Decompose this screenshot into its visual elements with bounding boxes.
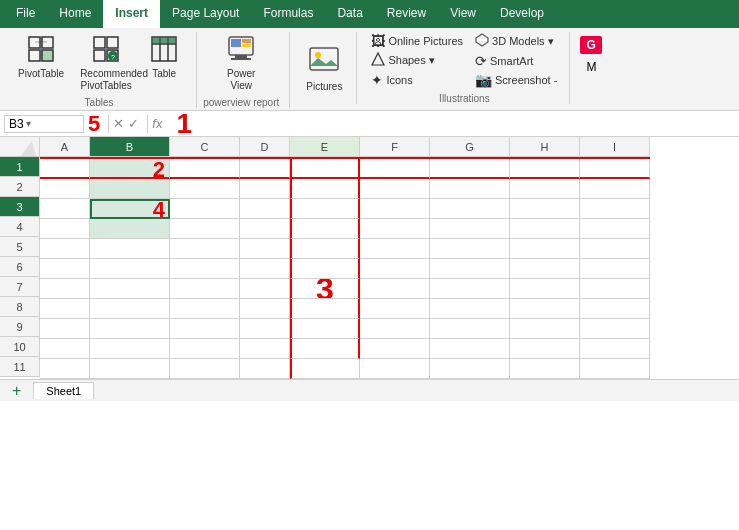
- cell-i7[interactable]: [580, 279, 650, 299]
- cell-d9[interactable]: [240, 319, 290, 339]
- cell-a7[interactable]: [40, 279, 90, 299]
- cancel-formula-icon[interactable]: ✕: [113, 116, 124, 131]
- cell-c1[interactable]: [170, 159, 240, 179]
- tab-insert[interactable]: Insert: [103, 0, 160, 28]
- cell-a8[interactable]: [40, 299, 90, 319]
- row-header-6[interactable]: 6: [0, 257, 40, 277]
- col-header-d[interactable]: D: [240, 137, 290, 157]
- cell-c11[interactable]: [170, 359, 240, 379]
- cell-b4[interactable]: [90, 219, 170, 239]
- col-header-h[interactable]: H: [510, 137, 580, 157]
- cell-h7[interactable]: [510, 279, 580, 299]
- tab-home[interactable]: Home: [47, 0, 103, 28]
- cell-e9[interactable]: [290, 319, 360, 339]
- cell-d6[interactable]: [240, 259, 290, 279]
- cell-b6[interactable]: [90, 259, 170, 279]
- cell-g5[interactable]: [430, 239, 510, 259]
- cell-h11[interactable]: [510, 359, 580, 379]
- cell-d1[interactable]: [240, 159, 290, 179]
- cell-e11[interactable]: [290, 359, 360, 379]
- cell-a1[interactable]: [40, 159, 90, 179]
- confirm-formula-icon[interactable]: ✓: [128, 116, 139, 131]
- cell-c2[interactable]: [170, 179, 240, 199]
- cell-f6[interactable]: [360, 259, 430, 279]
- sheet-tab-sheet1[interactable]: Sheet1: [33, 382, 94, 399]
- formula-input[interactable]: [192, 117, 735, 131]
- col-header-c[interactable]: C: [170, 137, 240, 157]
- recommended-pivot-button[interactable]: ? Recommended PivotTables: [74, 32, 138, 95]
- cell-f3[interactable]: [360, 199, 430, 219]
- cell-d4[interactable]: [240, 219, 290, 239]
- cell-e8[interactable]: [290, 299, 360, 319]
- cell-e5[interactable]: [290, 239, 360, 259]
- cell-i5[interactable]: [580, 239, 650, 259]
- row-header-1[interactable]: 1: [0, 157, 40, 177]
- cell-i8[interactable]: [580, 299, 650, 319]
- cell-h1[interactable]: [510, 159, 580, 179]
- 3d-models-button[interactable]: 3D Models ▾: [471, 32, 561, 51]
- tab-file[interactable]: File: [4, 0, 47, 28]
- col-header-i[interactable]: I: [580, 137, 650, 157]
- cell-g2[interactable]: [430, 179, 510, 199]
- cell-b10[interactable]: [90, 339, 170, 359]
- row-header-3[interactable]: 3: [0, 197, 40, 217]
- cell-g3[interactable]: [430, 199, 510, 219]
- cell-g1[interactable]: [430, 159, 510, 179]
- tab-review[interactable]: Review: [375, 0, 438, 28]
- cell-h5[interactable]: [510, 239, 580, 259]
- cell-g10[interactable]: [430, 339, 510, 359]
- tab-data[interactable]: Data: [325, 0, 374, 28]
- cell-h10[interactable]: [510, 339, 580, 359]
- cell-a10[interactable]: [40, 339, 90, 359]
- cell-f1[interactable]: [360, 159, 430, 179]
- cell-d7[interactable]: [240, 279, 290, 299]
- cell-b2[interactable]: [90, 179, 170, 199]
- pivot-table-button[interactable]: PivotTable: [12, 32, 70, 83]
- cell-f10[interactable]: [360, 339, 430, 359]
- tab-develop[interactable]: Develop: [488, 0, 556, 28]
- cell-c5[interactable]: [170, 239, 240, 259]
- col-header-a[interactable]: A: [40, 137, 90, 157]
- cell-h9[interactable]: [510, 319, 580, 339]
- cell-g6[interactable]: [430, 259, 510, 279]
- cell-g11[interactable]: [430, 359, 510, 379]
- row-header-2[interactable]: 2: [0, 177, 40, 197]
- row-header-10[interactable]: 10: [0, 337, 40, 357]
- tab-view[interactable]: View: [438, 0, 488, 28]
- row-header-7[interactable]: 7: [0, 277, 40, 297]
- col-header-b[interactable]: B: [90, 137, 170, 157]
- cell-f5[interactable]: [360, 239, 430, 259]
- cell-d5[interactable]: [240, 239, 290, 259]
- cell-a2[interactable]: [40, 179, 90, 199]
- cell-c4[interactable]: [170, 219, 240, 239]
- row-header-8[interactable]: 8: [0, 297, 40, 317]
- cell-c6[interactable]: [170, 259, 240, 279]
- table-button[interactable]: Table: [142, 32, 186, 83]
- cell-d10[interactable]: [240, 339, 290, 359]
- cell-d8[interactable]: [240, 299, 290, 319]
- cell-b3[interactable]: 4: [90, 199, 170, 219]
- row-header-4[interactable]: 4: [0, 217, 40, 237]
- cell-i9[interactable]: [580, 319, 650, 339]
- cell-b9[interactable]: [90, 319, 170, 339]
- online-pictures-button[interactable]: 🖼 Online Pictures: [367, 32, 467, 50]
- cell-b7[interactable]: [90, 279, 170, 299]
- cell-i6[interactable]: [580, 259, 650, 279]
- cell-h3[interactable]: [510, 199, 580, 219]
- cell-g4[interactable]: [430, 219, 510, 239]
- cell-a9[interactable]: [40, 319, 90, 339]
- shapes-button[interactable]: Shapes ▾: [367, 51, 467, 70]
- cell-i4[interactable]: [580, 219, 650, 239]
- cell-c3[interactable]: [170, 199, 240, 219]
- cell-i11[interactable]: [580, 359, 650, 379]
- cell-e2[interactable]: [290, 179, 360, 199]
- cell-a6[interactable]: [40, 259, 90, 279]
- add-sheet-button[interactable]: +: [4, 380, 29, 402]
- cell-d11[interactable]: [240, 359, 290, 379]
- row-header-9[interactable]: 9: [0, 317, 40, 337]
- cell-a4[interactable]: [40, 219, 90, 239]
- cell-i3[interactable]: [580, 199, 650, 219]
- cell-f7[interactable]: [360, 279, 430, 299]
- m-button[interactable]: M: [580, 58, 602, 76]
- cell-g9[interactable]: [430, 319, 510, 339]
